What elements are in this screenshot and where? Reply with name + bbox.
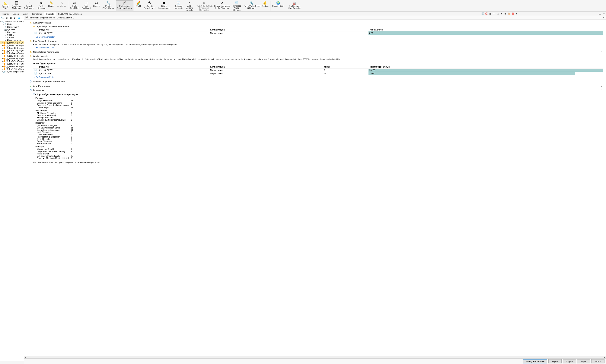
simulationxpress-icon: ⚙ bbox=[220, 1, 224, 5]
sidebar-scrollbar[interactable] bbox=[0, 361, 24, 364]
ribbon-assembly-visualization[interactable]: 🔧 Montaj Görüntüleme bbox=[101, 0, 116, 11]
table-row[interactable]: 📄 Дет1.SLDPRT По умолчанию 0.85 bbox=[33, 31, 603, 35]
ribbon-on-demand-manufacturing[interactable]: 🏭 On Demand Manufacturing bbox=[287, 0, 303, 11]
ribbon-compare-bodies[interactable]: ⬢ Gövde Karşılaştırma bbox=[157, 0, 172, 11]
tab-düzen[interactable]: Düzen bbox=[11, 12, 21, 16]
tree-tab-icon[interactable]: 🔧 bbox=[0, 16, 4, 20]
show-files-link[interactable]: Bu Dosyaları Göster bbox=[34, 46, 54, 49]
display-mode-icon[interactable]: ▾ bbox=[500, 12, 503, 15]
tree-node[interactable]: ▸ 🔗 Группа сопряжений1 ← bbox=[0, 70, 24, 73]
maximize-panel-icon[interactable]: ▭ bbox=[602, 12, 605, 15]
tree-node[interactable]: ▸ 🔶 (-) Дет2<1> (По умолчани bbox=[0, 44, 24, 47]
ribbon-compare-documents[interactable]: 📄 Belgeleri Karşılaştır bbox=[172, 0, 185, 11]
stats-row: Benzersiz Parça Dosyaları: 2 bbox=[37, 102, 603, 104]
tree-node[interactable]: ▸ 📋 Примечания bbox=[0, 26, 24, 28]
show-files-link[interactable]: Bu Dosyaları Göster bbox=[34, 36, 54, 38]
performance-evaluation-icon: 🏁 bbox=[123, 1, 126, 5]
ribbon-mass-properties[interactable]: ⚖ Kütle Özellikleri bbox=[69, 0, 80, 11]
tab-çizim[interactable]: Çizim bbox=[21, 12, 30, 16]
tab-hesapla[interactable]: Hesapla bbox=[44, 12, 56, 16]
ribbon-sustainability[interactable]: 🌍 Sustainability bbox=[271, 0, 286, 11]
table-row[interactable]: 📄 Дет1.SLDPRT По умолчанию 1 26128 bbox=[33, 68, 603, 72]
collapse-icon[interactable]: ⌃ bbox=[601, 51, 602, 53]
scroll-left-icon[interactable]: ◄ bbox=[25, 356, 26, 358]
ribbon-measure[interactable]: 📏 Ölçüm bbox=[47, 0, 55, 11]
display-tab-icon[interactable]: ▦ bbox=[9, 16, 13, 20]
ribbon-interference-detection[interactable]: 🔲 Engelleme Algılaması bbox=[10, 0, 23, 11]
tree-node[interactable]: ▸ 🔶 (-) Дет2<3> (По умолчани bbox=[0, 49, 24, 52]
yardım-button[interactable]: Yardım bbox=[591, 359, 605, 364]
ribbon-performance-evaluation[interactable]: 🏁 Performans Değerlendirmesi bbox=[116, 0, 133, 11]
more-icon[interactable]: ▾ bbox=[515, 12, 518, 15]
close-icon[interactable]: ✕ bbox=[602, 16, 605, 19]
render-icon[interactable]: 🔴 bbox=[511, 12, 514, 15]
ribbon-sensor[interactable]: ◎ Sensör bbox=[92, 0, 101, 11]
rotate-icon[interactable]: 🔄 bbox=[481, 12, 484, 15]
tab-montaj[interactable]: Montaj bbox=[0, 12, 11, 16]
tab-i̇şaretleme[interactable]: İşaretleme bbox=[30, 12, 44, 16]
tree-node[interactable]: ▸ 🔶 (-) Дет2<2> (По умолчани bbox=[0, 47, 24, 49]
show-files-link[interactable]: Bu Dosyaları Göster bbox=[34, 76, 54, 78]
collapse-icon[interactable]: ⌃ bbox=[601, 22, 602, 24]
collapse-icon[interactable]: ⌃ bbox=[601, 89, 602, 91]
cell-qty: 10 bbox=[323, 72, 369, 75]
ribbon-label: Kesit Özellikleri bbox=[82, 5, 91, 9]
ribbon-curvature[interactable]: 🌈 Eğrilik bbox=[134, 0, 143, 11]
ribbon-symmetry-check[interactable]: ⦿ Simetri Denetlemesi bbox=[143, 0, 157, 11]
horizontal-scrollbar[interactable]: ◄ ► bbox=[24, 356, 606, 358]
scroll-right-icon[interactable]: ► bbox=[604, 356, 606, 358]
ribbon-driveworksxpress[interactable]: 🔩 DriveWorksXpress Sihirbazı bbox=[243, 0, 260, 11]
kapat-button[interactable]: Kapat bbox=[577, 359, 590, 364]
view-icon[interactable]: 👁 bbox=[492, 12, 496, 15]
tree-node[interactable]: ▱ Спереди bbox=[0, 31, 24, 34]
stats-row: Üst Seviye Bileşen Sayısı: 11 bbox=[37, 127, 603, 129]
warning-icon: ⚠ bbox=[30, 21, 32, 24]
montaj-görüntüleme-button[interactable]: Montaj Görüntüleme bbox=[523, 359, 547, 364]
config-tab-icon[interactable]: ▤ bbox=[4, 16, 8, 20]
expand-icon[interactable]: ⌄ bbox=[601, 85, 602, 87]
expand-icon[interactable]: ▸ bbox=[2, 23, 4, 25]
ribbon-design-study[interactable]: 📐 Tasarım Etüdü bbox=[0, 0, 10, 11]
tree-node[interactable]: ▸ 🔶 (f) Дет1<1> (По умолчани bbox=[0, 41, 24, 44]
dimexpert-tab-icon[interactable]: ⊕ bbox=[13, 16, 17, 20]
cube-icon[interactable]: ◫ bbox=[496, 12, 500, 15]
tree-node[interactable]: ▸ 🔶 (-) Дет2<4> (По умолчани bbox=[0, 52, 24, 54]
tab-solidworks-eklentileri[interactable]: SOLIDWORKS Eklentileri bbox=[56, 12, 84, 16]
tree-node[interactable]: ▸ 🔶 (-) Дет2<8> (По умолчани bbox=[0, 63, 24, 65]
appearance-tab-icon[interactable]: 🌐 bbox=[17, 16, 21, 20]
tree-node[interactable]: ▱ Справа bbox=[0, 36, 24, 39]
stats-row: Sanal Bileşenler: 0 bbox=[37, 140, 603, 143]
tree-node[interactable]: ▸ 🔶 (-) Дет2<9> (По умолчани bbox=[0, 65, 24, 68]
tree-label: (f) Дет1<1> (По умолчани bbox=[6, 41, 24, 44]
expand-icon[interactable]: ▸ bbox=[2, 26, 4, 28]
tree-node[interactable]: ▸ 🔶 (-) Дет2<5> (По умолчани bbox=[0, 54, 24, 57]
scene-icon[interactable]: ◉ bbox=[504, 12, 507, 15]
curvature-icon: 🌈 bbox=[137, 1, 140, 5]
tree-label: Спереди bbox=[7, 31, 16, 33]
tree-node[interactable]: ▸ 🔶 (-) Дет2<7> (По умолчани bbox=[0, 60, 24, 63]
appearance-icon[interactable]: 🎨 bbox=[507, 12, 511, 15]
tree-node[interactable]: ▸ 📋 History bbox=[0, 23, 24, 26]
kopyala-button[interactable]: Kopyala bbox=[563, 359, 576, 364]
expand-icon[interactable]: ⌄ bbox=[601, 80, 602, 83]
tree-root[interactable]: ▾ 🔧 Сборка1 (По умолчанию) <По bbox=[0, 20, 24, 23]
ribbon-hole-alignment[interactable]: ◉ Delik Hizalama bbox=[36, 0, 47, 11]
tree-node[interactable]: ↳ Исходная точка bbox=[0, 39, 24, 41]
ribbon-costing[interactable]: 💰 Costing bbox=[260, 0, 270, 11]
tree-node[interactable]: ▱ Сверху bbox=[0, 34, 24, 36]
ribbon-section-properties[interactable]: ▢ Kesit Özellikleri bbox=[80, 0, 92, 11]
magnet-icon[interactable]: 🧲 bbox=[485, 12, 488, 15]
tree-node[interactable]: ▸ 🔶 (-) Дет2<10> (По умолчан bbox=[0, 68, 24, 70]
ribbon-simulationxpress[interactable]: ⚙ SimulationXpress Analiz Sihirbazı bbox=[213, 0, 231, 11]
tree-node[interactable]: 📷 Датчики bbox=[0, 28, 24, 31]
grid-icon[interactable]: ▦ bbox=[488, 12, 492, 15]
tree-node[interactable]: ▸ 🔶 (-) Дет2<6> (По умолчани bbox=[0, 57, 24, 60]
node-icon: 🔶 bbox=[3, 52, 5, 54]
ribbon-toolbar: 📐 Tasarım Etüdü🔲 Engelleme Algılaması↔ B… bbox=[0, 0, 606, 12]
table-row[interactable]: 📄 Дет2.SLDPRT По умолчанию 10 23020 bbox=[33, 72, 603, 75]
minimize-panel-icon[interactable]: ▬ bbox=[598, 12, 602, 15]
ribbon-floxpress[interactable]: 💨 FloXpress Analiz Sihirbazı bbox=[231, 0, 243, 11]
ribbon-clearance-verification[interactable]: ↔ Boşluk Doğrulama bbox=[23, 0, 36, 11]
kaydet-button[interactable]: Kaydet bbox=[548, 359, 562, 364]
ribbon-check-active-document[interactable]: ✓ Aktif Belgeyi Denetle bbox=[184, 0, 194, 11]
